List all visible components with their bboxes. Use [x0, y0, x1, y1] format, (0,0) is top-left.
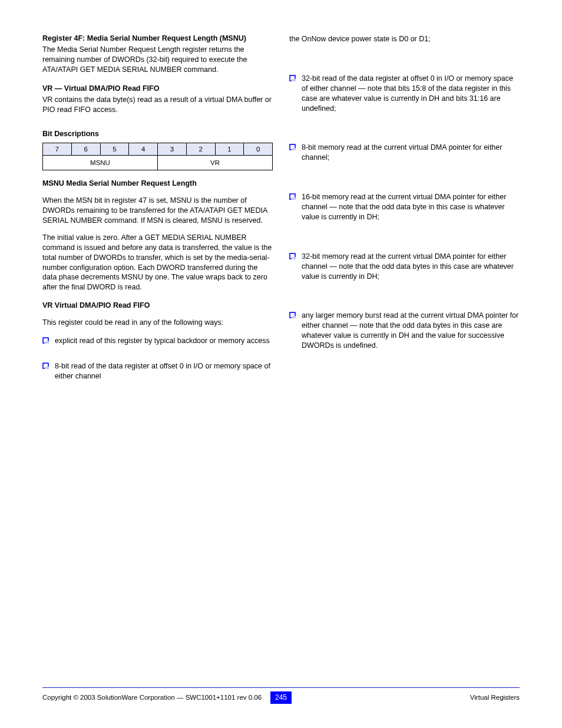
msnu-p1: When the MSN bit in register 47 is set, …: [42, 196, 273, 226]
left-bullets: explicit read of this register by typica…: [42, 336, 273, 381]
vr-desc: VR contains the data byte(s) read as a r…: [42, 95, 273, 115]
bullet-icon: [42, 363, 49, 381]
svg-rect-5: [292, 79, 296, 81]
bullet-icon: [289, 75, 296, 114]
footer-right: Virtual Registers: [470, 694, 520, 701]
svg-rect-1: [45, 341, 49, 344]
bullet-icon: [289, 312, 296, 351]
right-bullet-1: 32-bit read of the data register at offs…: [302, 74, 520, 114]
right-bullets: 32-bit read of the data register at offs…: [289, 74, 520, 351]
right-pre: the OnNow device power state is D0 or D1…: [289, 34, 520, 44]
msnu-head: MSNU Media Serial Number Request Length: [42, 179, 273, 189]
bullet-icon: [289, 253, 296, 282]
vr-block: VR — Virtual DMA/PIO Read FIFO VR contai…: [42, 84, 273, 115]
bit-table: 7 6 5 4 3 2 1 0 MSNU VR: [42, 143, 273, 170]
bullet-icon: [42, 337, 49, 346]
left-bullet-1: explicit read of this register by typica…: [55, 336, 270, 346]
vr-title: VR — Virtual DMA/PIO Read FIFO: [42, 84, 273, 93]
footer-rule: [42, 687, 520, 688]
bit-head: 6: [71, 143, 100, 156]
right-bullet-3: 16-bit memory read at the current virtua…: [302, 192, 520, 222]
bit-head: 3: [158, 143, 187, 156]
bullet-icon: [289, 193, 296, 222]
page-footer: Copyright © 2003 SolutionWare Corporatio…: [42, 687, 520, 701]
msnu-p2: The initial value is zero. After a GET M…: [42, 233, 273, 292]
right-bullet-5: any larger memory burst read at the curr…: [302, 311, 520, 351]
svg-rect-7: [292, 148, 296, 150]
right-column: the OnNow device power state is D0 or D1…: [289, 34, 520, 381]
table-row: MSNU VR: [43, 156, 273, 170]
bit-head: 7: [43, 143, 72, 156]
svg-rect-3: [45, 367, 49, 369]
bit-cell: VR: [158, 156, 273, 170]
page-number: 245: [270, 691, 292, 704]
right-bullet-4: 32-bit memory read at the current virtua…: [302, 252, 520, 282]
vr-desc-block: VR Virtual DMA/PIO Read FIFO This regist…: [42, 301, 273, 328]
bullet-icon: [289, 144, 296, 163]
left-column: Register 4F: Media Serial Number Request…: [42, 34, 273, 381]
bit-head: 1: [215, 143, 244, 156]
svg-rect-13: [292, 316, 296, 318]
register-label: Register 4F: Media Serial Number Request…: [42, 34, 273, 42]
bit-cell: MSNU: [43, 156, 158, 170]
register-desc: The Media Serial Number Request Length r…: [42, 45, 273, 75]
bit-head: 2: [186, 143, 215, 156]
bit-head: 5: [100, 143, 129, 156]
footer-left: Copyright © 2003 SolutionWare Corporatio…: [42, 694, 262, 701]
svg-rect-9: [292, 197, 296, 200]
table-row: 7 6 5 4 3 2 1 0: [43, 143, 273, 156]
register-block: Register 4F: Media Serial Number Request…: [42, 34, 273, 75]
vr-line: This register could be read in any of th…: [42, 318, 273, 328]
right-bullet-2: 8-bit memory read at the current virtual…: [302, 143, 520, 163]
svg-rect-11: [292, 257, 296, 259]
left-bullet-2: 8-bit read of the data register at offse…: [55, 361, 273, 381]
msnu-block: MSNU Media Serial Number Request Length …: [42, 179, 273, 292]
bit-head: 0: [244, 143, 273, 156]
vr-head: VR Virtual DMA/PIO Read FIFO: [42, 301, 273, 311]
bit-head: 4: [129, 143, 158, 156]
bits-title: Bit Descriptions: [42, 130, 273, 138]
